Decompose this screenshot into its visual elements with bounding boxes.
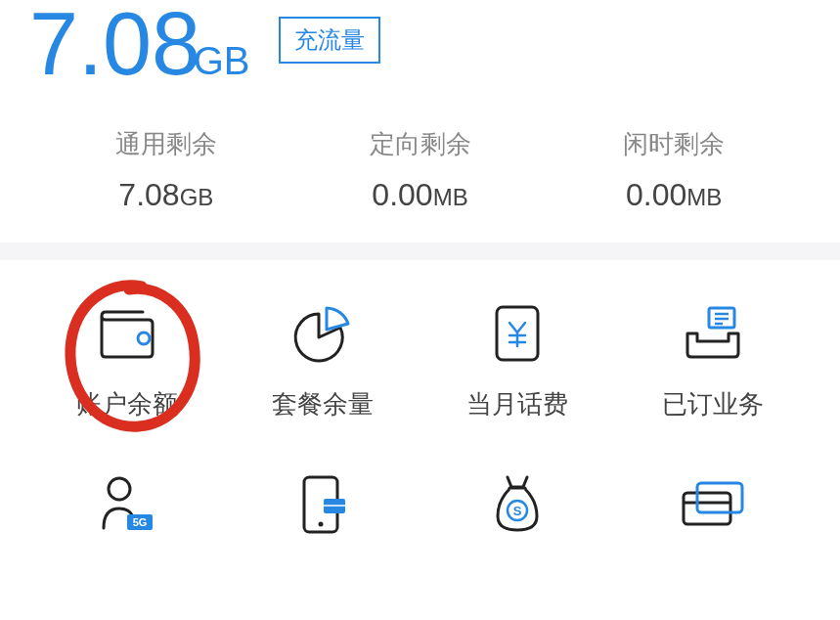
user-5g-icon: 5G (93, 470, 161, 539)
stat-general-remaining[interactable]: 通用剩余 7.08GB (39, 127, 293, 213)
menu-phone-recharge[interactable] (225, 470, 420, 558)
stat-value-wrap: 0.00MB (547, 177, 801, 213)
total-data-unit: GB (194, 39, 250, 82)
svg-point-0 (138, 332, 150, 344)
svg-text:S: S (513, 504, 522, 518)
data-usage-section: 7.08 GB 充流量 通用剩余 7.08GB 定向剩余 0.00MB 闲时剩余… (0, 0, 840, 243)
svg-point-6 (109, 478, 130, 500)
recharge-data-button[interactable]: 充流量 (279, 17, 380, 64)
stat-value-wrap: 7.08GB (39, 177, 293, 213)
stat-value: 7.08 (118, 177, 179, 212)
stat-value: 0.00 (372, 177, 432, 212)
menu-user-5g[interactable]: 5G (29, 470, 225, 558)
total-data-value: 7.08 (29, 0, 200, 93)
inbox-icon (679, 299, 747, 368)
menu-section: 账户余额 套餐余量 当月话费 (0, 260, 840, 558)
stat-label: 闲时剩余 (547, 127, 801, 161)
total-data: 7.08 GB (29, 0, 249, 88)
menu-row-1: 账户余额 套餐余量 当月话费 (29, 299, 811, 421)
data-header: 7.08 GB 充流量 (29, 0, 811, 88)
menu-label: 已订业务 (662, 387, 764, 421)
menu-row-2: 5G (29, 470, 811, 558)
stat-value: 0.00 (626, 177, 686, 212)
data-stats-row: 通用剩余 7.08GB 定向剩余 0.00MB 闲时剩余 0.00MB (29, 127, 811, 213)
menu-money-bag[interactable]: S (420, 470, 616, 558)
bill-icon (483, 299, 552, 368)
phone-card-icon (288, 470, 357, 539)
menu-label: 套餐余量 (272, 387, 374, 421)
section-divider (0, 243, 840, 260)
pie-chart-icon (288, 299, 357, 368)
stat-unit: GB (180, 184, 214, 210)
menu-subscribed-services[interactable]: 已订业务 (615, 299, 811, 421)
menu-account-balance[interactable]: 账户余额 (29, 299, 225, 421)
stat-unit: MB (433, 184, 468, 210)
menu-label: 账户余额 (76, 387, 178, 421)
svg-point-10 (318, 522, 323, 527)
svg-rect-16 (684, 493, 730, 524)
stat-value-wrap: 0.00MB (293, 177, 548, 213)
menu-monthly-bill[interactable]: 当月话费 (420, 299, 616, 421)
cards-icon (679, 470, 747, 539)
stat-label: 通用剩余 (39, 127, 293, 161)
money-bag-icon: S (483, 470, 552, 539)
stat-directed-remaining[interactable]: 定向剩余 0.00MB (293, 127, 548, 213)
stat-label: 定向剩余 (293, 127, 548, 161)
svg-text:5G: 5G (133, 516, 148, 528)
stat-idle-remaining[interactable]: 闲时剩余 0.00MB (547, 127, 801, 213)
menu-package-balance[interactable]: 套餐余量 (225, 299, 420, 421)
menu-cards[interactable] (615, 470, 811, 558)
stat-unit: MB (686, 184, 722, 210)
wallet-icon (93, 299, 161, 368)
menu-label: 当月话费 (466, 387, 568, 421)
